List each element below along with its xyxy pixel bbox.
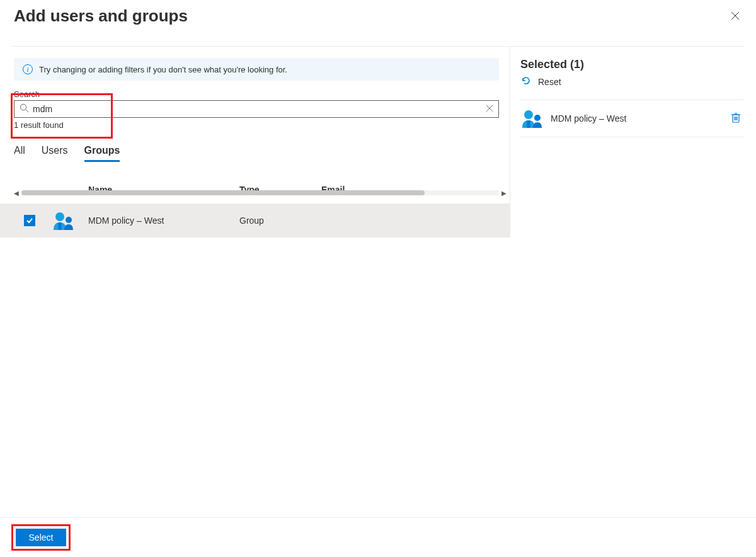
svg-rect-6	[527, 120, 530, 128]
close-button[interactable]	[726, 6, 745, 27]
row-checkbox[interactable]	[24, 215, 35, 226]
tab-groups[interactable]: Groups	[84, 145, 120, 162]
filter-tabs: All Users Groups	[14, 145, 510, 162]
checkmark-icon	[26, 217, 33, 224]
search-result-count: 1 result found	[14, 120, 499, 130]
info-banner-text: Try changing or adding filters if you do…	[39, 65, 287, 74]
reset-label: Reset	[538, 77, 561, 87]
close-icon	[731, 11, 740, 20]
info-banner: i Try changing or adding filters if you …	[14, 58, 499, 81]
horizontal-scrollbar[interactable]: ◀ ▶	[14, 188, 507, 197]
group-icon	[52, 211, 88, 230]
selected-item-name: MDM policy – West	[551, 113, 723, 123]
selected-item: MDM policy – West	[520, 100, 745, 137]
panel-footer: Select	[0, 517, 756, 557]
svg-point-2	[55, 212, 64, 221]
group-icon	[520, 109, 543, 128]
row-type: Group	[239, 215, 321, 226]
svg-line-1	[26, 110, 28, 112]
search-results-column: i Try changing or adding filters if you …	[0, 47, 510, 238]
svg-point-5	[524, 110, 533, 119]
panel-header: Add users and groups	[0, 0, 756, 46]
row-name: MDM policy – West	[88, 215, 239, 226]
table-row[interactable]: MDM policy – West Group	[0, 204, 510, 238]
clear-icon	[486, 105, 493, 112]
trash-icon	[731, 112, 741, 123]
scroll-thumb[interactable]	[21, 190, 425, 195]
selected-title: Selected (1)	[520, 58, 745, 71]
scroll-left-arrow-icon[interactable]: ◀	[14, 190, 19, 197]
svg-point-7	[534, 115, 541, 121]
search-input[interactable]	[33, 104, 482, 114]
search-block: Search 1 result found	[14, 89, 499, 130]
info-icon: i	[23, 64, 33, 74]
panel-title: Add users and groups	[14, 6, 188, 26]
search-icon	[20, 103, 29, 115]
clear-search-button[interactable]	[486, 104, 493, 114]
search-label: Search	[14, 89, 499, 99]
remove-selected-button[interactable]	[731, 112, 745, 125]
select-button[interactable]: Select	[16, 529, 66, 546]
scroll-track[interactable]	[21, 190, 499, 195]
selected-items-column: Selected (1) Reset MDM policy – West	[510, 47, 756, 238]
search-input-wrap[interactable]	[14, 100, 499, 118]
scroll-right-arrow-icon[interactable]: ▶	[501, 190, 507, 197]
reset-button[interactable]: Reset	[520, 75, 745, 88]
tab-users[interactable]: Users	[42, 145, 68, 162]
svg-rect-3	[59, 222, 62, 230]
undo-icon	[520, 75, 532, 88]
annotation-highlight-select: Select	[11, 524, 71, 551]
svg-point-4	[66, 217, 72, 223]
svg-point-0	[20, 104, 26, 110]
tab-all[interactable]: All	[14, 145, 25, 162]
